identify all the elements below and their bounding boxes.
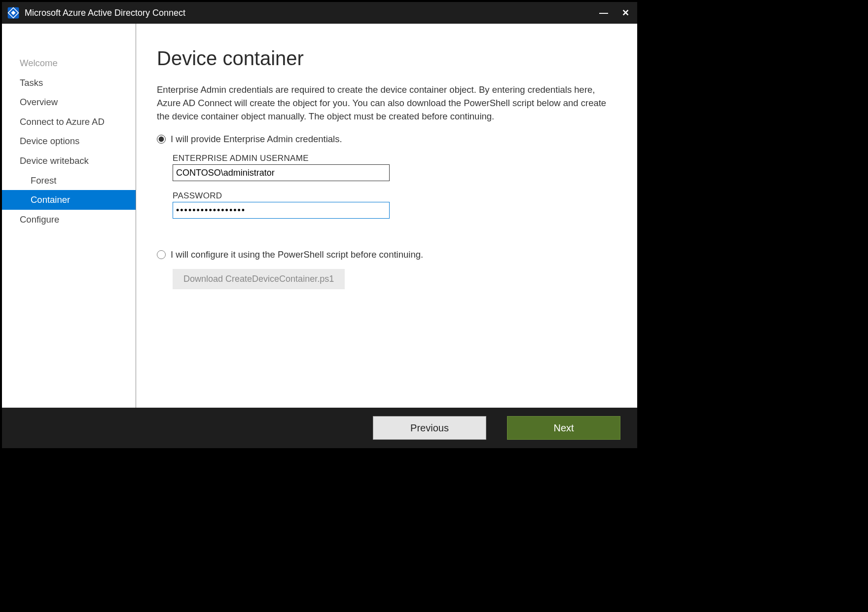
minimize-icon[interactable]: — (599, 8, 608, 17)
username-label: ENTERPRISE ADMIN USERNAME (173, 153, 612, 163)
radio-powershell[interactable] (157, 250, 166, 259)
sidebar-item-overview[interactable]: Overview (2, 92, 136, 112)
page-description: Enterprise Admin credentials are require… (157, 83, 612, 123)
titlebar: Microsoft Azure Active Directory Connect… (2, 2, 637, 24)
footer: Previous Next (2, 408, 637, 448)
main-content: Device container Enterprise Admin creden… (136, 24, 637, 408)
username-field-block: ENTERPRISE ADMIN USERNAME (173, 153, 612, 181)
sidebar-item-connect-to-azure-ad[interactable]: Connect to Azure AD (2, 112, 136, 132)
password-label: PASSWORD (173, 191, 612, 201)
sidebar-item-welcome[interactable]: Welcome (2, 53, 136, 73)
sidebar-item-device-options[interactable]: Device options (2, 131, 136, 151)
body-area: WelcomeTasksOverviewConnect to Azure ADD… (2, 24, 637, 408)
app-window: Microsoft Azure Active Directory Connect… (0, 0, 639, 450)
radio-powershell-label: I will configure it using the PowerShell… (171, 249, 423, 260)
sidebar-item-device-writeback[interactable]: Device writeback (2, 151, 136, 171)
sidebar-item-configure[interactable]: Configure (2, 210, 136, 230)
previous-button[interactable]: Previous (373, 416, 486, 440)
azure-icon (7, 6, 20, 19)
radio-provide-credentials[interactable] (157, 135, 166, 144)
window-title: Microsoft Azure Active Directory Connect (25, 8, 185, 18)
radio-provide-credentials-label: I will provide Enterprise Admin credenti… (171, 134, 342, 145)
next-button[interactable]: Next (507, 416, 620, 440)
page-title: Device container (157, 47, 612, 70)
username-input[interactable] (173, 164, 390, 181)
sidebar-item-container[interactable]: Container (2, 190, 136, 210)
sidebar-item-forest[interactable]: Forest (2, 171, 136, 191)
sidebar: WelcomeTasksOverviewConnect to Azure ADD… (2, 24, 136, 408)
option-provide-credentials[interactable]: I will provide Enterprise Admin credenti… (157, 134, 612, 145)
close-icon[interactable]: ✕ (622, 8, 629, 17)
password-input[interactable] (173, 202, 390, 219)
download-script-button[interactable]: Download CreateDeviceContainer.ps1 (173, 269, 345, 289)
sidebar-item-tasks[interactable]: Tasks (2, 73, 136, 93)
option-powershell[interactable]: I will configure it using the PowerShell… (157, 249, 612, 260)
window-controls: — ✕ (599, 8, 632, 17)
password-field-block: PASSWORD (173, 191, 612, 219)
